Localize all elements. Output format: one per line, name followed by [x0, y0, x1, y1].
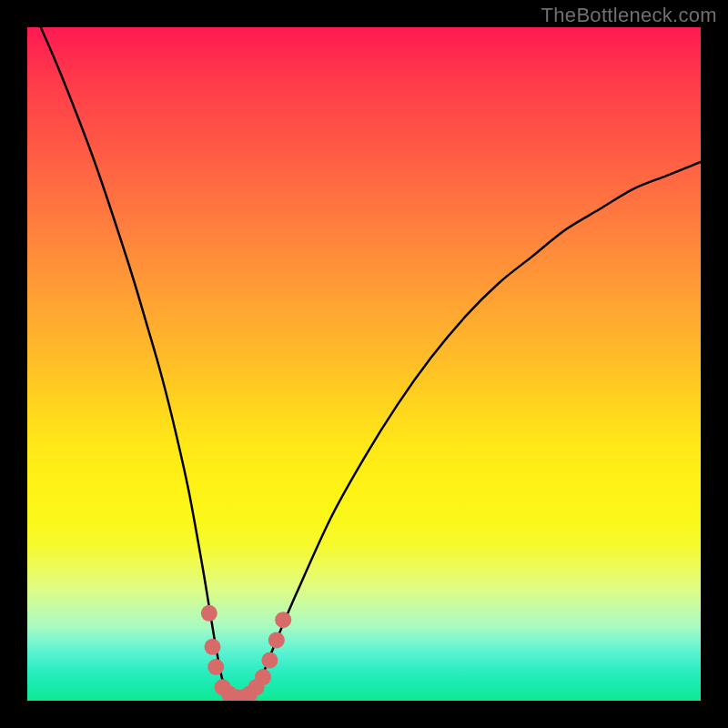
curve-marker — [205, 639, 221, 655]
curve-marker — [207, 659, 224, 675]
curve-marker — [268, 632, 285, 648]
bottleneck-curve-svg — [27, 27, 701, 701]
marker-group — [201, 605, 291, 701]
bottleneck-curve — [41, 27, 701, 701]
plot-area — [27, 27, 701, 701]
curve-marker — [275, 612, 291, 628]
curve-marker — [261, 652, 278, 669]
curve-marker — [255, 669, 271, 685]
watermark-text: TheBottleneck.com — [541, 4, 717, 27]
chart-frame: TheBottleneck.com — [0, 0, 728, 728]
curve-marker — [201, 605, 217, 622]
